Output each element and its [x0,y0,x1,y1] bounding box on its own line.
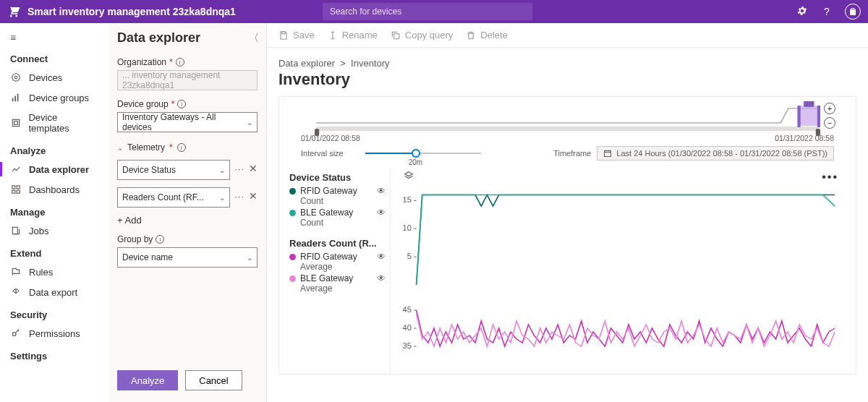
config-panel: Data explorer 〈 Organization*i ... inven… [109,23,267,402]
svg-rect-10 [17,190,20,193]
telemetry-heading[interactable]: ⌄ Telemetry *i [117,142,258,153]
org-select[interactable]: ... inventory management 23zka8dnqa1 [117,70,258,90]
nav-item-data-explorer[interactable]: Data explorer [0,159,109,179]
svg-text:45: 45 [403,306,412,314]
svg-rect-25 [605,151,611,157]
svg-rect-6 [14,121,17,125]
svg-rect-16 [799,106,819,126]
legend-item[interactable]: RFID GatewayCount 👁 [289,186,386,206]
chart-more-icon[interactable]: ••• [822,171,838,184]
nav-item-jobs[interactable]: Jobs [0,221,109,241]
telemetry-remove-icon[interactable]: ✕ [249,163,258,174]
help-icon[interactable]: ? [820,6,833,17]
nav-item-devices[interactable]: Devices [0,67,109,87]
telemetry-select-2[interactable]: Readers Count (RF...⌄ [117,187,230,208]
visibility-toggle-icon[interactable]: 👁 [377,273,386,283]
user-avatar[interactable] [845,4,861,20]
delete-button[interactable]: Delete [466,30,508,40]
svg-rect-18 [817,106,820,127]
nav-item-permissions[interactable]: Permissions [0,323,109,343]
nav-label: Permissions [29,328,80,339]
groupby-select[interactable]: Device name⌄ [117,247,258,268]
info-icon[interactable]: i [177,100,186,108]
svg-rect-23 [315,129,319,136]
device-groups-icon [10,92,22,103]
svg-text:10: 10 [403,224,412,232]
save-button[interactable]: Save [278,30,315,40]
nav-label: Dashboards [29,184,80,195]
nav-section-manage: Manage [0,200,109,221]
jobs-icon [10,225,22,236]
telemetry-more-icon[interactable]: ··· [234,163,244,174]
nav-label: Devices [29,72,62,83]
search-input[interactable] [323,3,532,20]
svg-rect-3 [14,96,16,102]
permissions-icon [10,328,22,339]
device-group-label: Device group*i [117,99,258,109]
zoom-in-icon[interactable]: + [824,103,835,114]
nav-section-connect: Connect [0,46,109,67]
settings-gear-icon[interactable] [796,5,809,19]
left-nav: ≡ Connect Devices Device groups Device t… [0,23,109,402]
visibility-toggle-icon[interactable]: 👁 [377,186,386,196]
time-range-selector[interactable]: 01/01/2022 08:58 01/31/2022 08:58 1d + − [301,101,834,145]
nav-label: Data explorer [29,164,89,175]
timeframe-label: Timeframe [553,149,591,158]
breadcrumb: Data explorer > Inventory [267,48,868,69]
info-icon[interactable]: i [156,235,164,244]
visibility-toggle-icon[interactable]: 👁 [377,252,386,262]
nav-collapse-icon[interactable]: ≡ [0,29,109,46]
interval-slider[interactable]: 20m [365,148,481,158]
telemetry-more-icon[interactable]: ··· [234,191,244,202]
analyze-button[interactable]: Analyze [117,370,178,390]
nav-item-data-export[interactable]: Data export [0,282,109,302]
legend-section-2: Readers Count (R... [289,238,386,249]
groupby-label: Group byi [117,234,258,244]
app-logo-icon [7,5,20,18]
legend-item[interactable]: BLE GatewayAverage 👁 [289,273,386,294]
info-icon[interactable]: i [177,143,186,152]
breadcrumb-current: Inventory [351,58,389,69]
timeframe-button[interactable]: Last 24 Hours (01/30/2022 08:58 - 01/31/… [597,146,834,161]
svg-text:40: 40 [403,324,412,332]
nav-section-analyze: Analyze [0,138,109,159]
copy-query-button[interactable]: Copy query [391,30,453,40]
legend-section-1: Device Status [289,172,386,183]
rename-button[interactable]: Rename [328,30,378,40]
svg-rect-4 [17,94,19,102]
plot-area: ••• 51015 354045 [391,169,841,374]
svg-text:5: 5 [407,252,412,260]
svg-point-1 [14,76,17,79]
layers-icon[interactable] [404,171,414,183]
telemetry-select-1[interactable]: Device Status⌄ [117,160,230,180]
zoom-out-icon[interactable]: − [824,117,835,129]
org-label: Organization*i [117,57,258,67]
telemetry-remove-icon[interactable]: ✕ [249,190,258,202]
nav-item-device-groups[interactable]: Device groups [0,87,109,108]
devices-icon [10,72,22,83]
nav-section-security: Security [0,302,109,323]
nav-item-device-templates[interactable]: Device templates [0,108,109,138]
nav-label: Jobs [29,226,48,236]
svg-rect-5 [12,119,19,126]
svg-rect-11 [12,227,17,234]
query-toolbar: Save Rename Copy query Delete [267,23,868,48]
svg-text:01/01/2022 08:58: 01/01/2022 08:58 [301,134,360,142]
legend-item[interactable]: RFID GatewayAverage 👁 [289,252,386,272]
svg-rect-7 [12,186,15,189]
panel-collapse-icon[interactable]: 〈 [249,32,259,45]
nav-item-dashboards[interactable]: Dashboards [0,179,109,200]
nav-label: Device templates [28,112,98,134]
chevron-down-icon: ⌄ [219,166,225,174]
nav-item-rules[interactable]: Rules [0,262,109,282]
visibility-toggle-icon[interactable]: 👁 [377,208,386,218]
breadcrumb-root[interactable]: Data explorer [278,58,335,69]
cancel-button[interactable]: Cancel [185,370,242,390]
add-telemetry-button[interactable]: + Add [117,215,258,226]
svg-text:15: 15 [403,196,412,204]
device-group-select[interactable]: Inventory Gateways - All devices⌄ [117,112,258,132]
legend-item[interactable]: BLE GatewayCount 👁 [289,208,386,228]
svg-point-0 [12,74,20,82]
svg-point-12 [12,333,16,336]
info-icon[interactable]: i [176,58,184,67]
